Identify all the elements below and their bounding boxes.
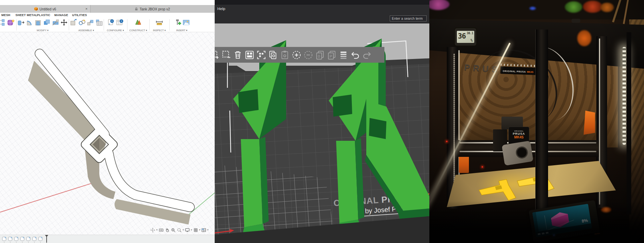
timeline-feature-fillet[interactable] <box>2 236 7 242</box>
viewport-navbar: ▾ ▾ ▾ ▾ ▾ <box>150 227 209 233</box>
fill-bed-icon[interactable] <box>256 50 266 60</box>
cube-icon <box>34 7 38 11</box>
hygrometer-humidity: 36 <box>458 32 466 40</box>
led-strip <box>623 47 626 145</box>
layers-view-icon[interactable] <box>338 50 348 60</box>
copy-icon[interactable] <box>268 50 278 60</box>
menu-help[interactable]: Help <box>217 7 225 11</box>
group-label-modify[interactable]: MODIFY ▾ <box>17 29 68 32</box>
delete-icon[interactable] <box>233 50 243 60</box>
group-label-assemble[interactable]: ASSEMBLE ▾ <box>69 29 103 32</box>
ribbon-tab-utilities[interactable]: UTILITIES <box>72 13 87 17</box>
measure-icon[interactable] <box>155 18 163 26</box>
slicer-3d-viewport[interactable]: ORIGINALPRUSAMK4S by Josef Prusa <box>215 23 429 243</box>
fusion-ribbon-tabs: MESH SHEET METAL PLASTIC MANAGE UTILITIE… <box>0 13 215 18</box>
viewports-icon[interactable] <box>201 228 206 233</box>
bom-table-icon[interactable] <box>95 18 103 26</box>
construct-plane-icon[interactable] <box>134 18 142 26</box>
split-objects-icon[interactable]: 0 <box>315 50 325 60</box>
undo-icon[interactable] <box>350 50 360 60</box>
group-label-construct[interactable]: CONSTRUCT ▾ <box>128 29 149 32</box>
group-label-insert[interactable]: INSERT ▾ <box>170 29 194 32</box>
select-remove-icon[interactable] <box>221 50 231 60</box>
timeline-feature-fillet[interactable] <box>20 236 25 242</box>
arrange-icon[interactable] <box>245 50 255 60</box>
ribbon-tab-sheetmetal[interactable]: SHEET METAL <box>15 13 37 17</box>
split-body-icon[interactable] <box>52 18 60 26</box>
zoom-icon[interactable] <box>171 228 176 233</box>
hygrometer-unit: % <box>471 39 473 42</box>
pan-icon[interactable] <box>165 228 170 233</box>
hygrometer-temperature: 30.1 <box>467 32 473 35</box>
shell-icon[interactable] <box>34 18 42 26</box>
printer-frame-label: ORIGINAL PRUSAMK4S <box>500 64 538 75</box>
timeline-feature-fillet[interactable] <box>32 236 37 242</box>
extruder-label-mk4s: MK4S <box>509 135 529 139</box>
ribbon-tab-plastic[interactable]: PLASTIC <box>37 13 50 17</box>
chevron-down-icon[interactable]: ▾ <box>183 229 184 231</box>
extruder-label-prusa: PRUSA <box>509 132 529 135</box>
add-instance-icon[interactable] <box>291 50 302 60</box>
door-frame-right <box>627 32 631 215</box>
chevron-down-icon[interactable]: ▾ <box>156 229 158 231</box>
split-parts-icon[interactable]: P <box>327 50 337 60</box>
ribbon-tab-manage[interactable]: MANAGE <box>54 13 68 17</box>
create-mesh-icon[interactable] <box>7 18 15 26</box>
grid-display-icon[interactable] <box>193 228 198 233</box>
remove-instance-icon[interactable] <box>303 50 313 60</box>
fillet-icon[interactable] <box>26 18 34 26</box>
configuration-table-icon[interactable] <box>116 18 124 26</box>
document-tab-untitled[interactable]: Untitled v6 × <box>0 5 91 13</box>
hygrometer: 36 30.1 % <box>455 28 476 46</box>
toolbar-group-create <box>0 18 15 32</box>
timeline-feature-fillet[interactable] <box>8 236 13 242</box>
timeline-feature-fillet[interactable] <box>38 236 43 242</box>
timeline-feature-fillet[interactable] <box>26 236 31 242</box>
close-icon[interactable]: × <box>86 6 88 11</box>
slicer-menubar: Help <box>215 5 429 23</box>
group-label-inspect[interactable]: INSPECT ▾ <box>150 29 169 32</box>
ribbon-tab-mesh[interactable]: MESH <box>1 13 10 17</box>
fusion-top-strip <box>0 0 215 5</box>
prusaslicer-window: r Help <box>215 0 429 243</box>
toolbar-group-inspect: INSPECT ▾ <box>150 18 169 32</box>
move-copy-icon[interactable] <box>60 18 68 26</box>
combine-icon[interactable] <box>43 18 51 26</box>
display-settings-icon[interactable] <box>185 228 190 233</box>
document-tab-label: Untitled v6 <box>40 7 56 11</box>
browser-tree-icon[interactable] <box>0 18 6 26</box>
press-pull-icon[interactable] <box>17 18 25 26</box>
document-tab-label: Tank JBOX prop v2 <box>140 7 170 11</box>
page: Untitled v6 × Tank JBOX prop v2 MESH SHE… <box>0 0 644 243</box>
cad-model-bracket[interactable] <box>0 32 215 235</box>
toolbar-group-insert: INSERT ▾ <box>170 18 194 32</box>
insert-image-icon[interactable] <box>182 18 190 26</box>
configuration-icon[interactable] <box>107 18 115 26</box>
zoom-window-icon[interactable] <box>177 228 182 233</box>
document-tab-tank-jbox[interactable]: Tank JBOX prop v2 <box>91 5 215 13</box>
printer-photo: ORIGINAL PRUSA MK4S 36 30.1 % PRUSA ORIG… <box>429 0 644 243</box>
search-input[interactable] <box>390 15 427 21</box>
rigid-group-icon[interactable] <box>87 18 95 26</box>
paste-icon[interactable] <box>280 50 290 60</box>
chevron-down-icon[interactable]: ▾ <box>199 229 201 231</box>
timeline-playhead[interactable] <box>45 235 48 243</box>
lock-icon <box>135 7 138 11</box>
extruder-assembly: ORIGINAL PRUSA MK4S <box>493 117 537 167</box>
group-label-configure[interactable]: CONFIGURE ▾ <box>104 29 126 32</box>
look-at-icon[interactable] <box>159 228 164 233</box>
toolbar-group-configure: CONFIGURE ▾ <box>104 18 126 32</box>
fusion-3d-viewport[interactable]: ▾ ▾ ▾ ▾ ▾ <box>0 32 215 235</box>
chevron-down-icon[interactable]: ▾ <box>191 229 192 231</box>
select-add-icon[interactable] <box>215 50 219 60</box>
timeline-feature-fillet[interactable] <box>14 236 19 242</box>
new-component-icon[interactable] <box>69 18 77 26</box>
chevron-down-icon[interactable]: ▾ <box>207 229 209 231</box>
svg-text:P: P <box>330 54 332 58</box>
joint-icon[interactable] <box>78 18 86 26</box>
fan-shroud <box>502 141 534 166</box>
slicer-toolbar: 0 P <box>215 47 384 63</box>
insert-mcmaster-icon[interactable] <box>173 18 181 26</box>
redo-icon[interactable] <box>362 50 372 60</box>
orbit-icon[interactable] <box>150 228 155 233</box>
